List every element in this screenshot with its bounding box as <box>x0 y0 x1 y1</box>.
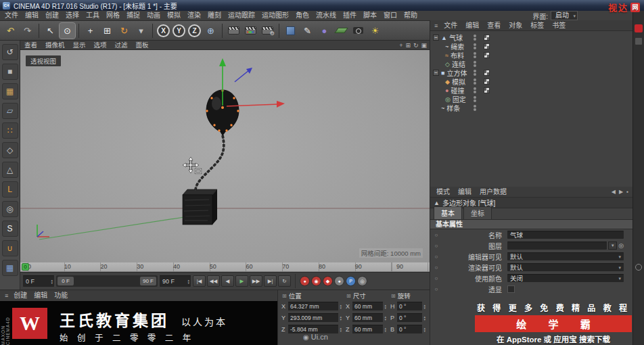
viewport-menu-1[interactable]: 摄像机 <box>41 41 69 50</box>
camera-icon[interactable] <box>350 23 366 39</box>
coord-value-input[interactable]: 60 mm <box>352 325 383 334</box>
spinner-icon[interactable]: ▴▾ <box>51 279 53 284</box>
weight-cube[interactable] <box>183 189 217 225</box>
spinner-icon[interactable]: ▴▾ <box>340 315 342 321</box>
record-keyframe-button[interactable]: ● <box>300 276 310 286</box>
attributes-menu-1[interactable]: 编辑 <box>454 187 476 197</box>
materials-menu-0[interactable]: 创建 <box>10 291 30 300</box>
materials-menu-1[interactable]: 编辑 <box>30 291 51 300</box>
visibility-dots[interactable] <box>474 105 476 111</box>
animation-dot-icon[interactable]: ○ <box>433 243 440 249</box>
menubar-item-5[interactable]: 网格 <box>103 11 123 20</box>
visibility-dot-bottom[interactable] <box>474 73 476 76</box>
range-start-handle[interactable]: 0 F <box>58 277 74 285</box>
animation-dot-icon[interactable]: ○ <box>433 286 440 292</box>
menu-icon[interactable]: ≡ <box>3 292 10 299</box>
visibility-dot-top[interactable] <box>474 61 476 64</box>
coord-value-input[interactable]: 0 ° <box>397 302 422 310</box>
coord-system-icon[interactable]: ⊕ <box>203 23 218 39</box>
playback-settings-button[interactable]: P <box>346 276 356 286</box>
visibility-dots[interactable] <box>474 87 476 93</box>
subdivision-surface-icon[interactable]: ● <box>317 23 332 39</box>
prev-frame-button[interactable]: ◀ <box>221 275 234 287</box>
animation-dot-icon[interactable]: ○ <box>433 275 440 281</box>
texture-tag-icon[interactable] <box>484 52 490 58</box>
menubar-item-16[interactable]: 脚本 <box>360 11 380 20</box>
visibility-dot-top[interactable] <box>474 105 476 108</box>
object-manager-menu-1[interactable]: 编辑 <box>461 21 483 30</box>
materials-menu-2[interactable]: 功能 <box>51 291 71 300</box>
timeline-ruler[interactable]: 0102030405060708090900 <box>20 262 430 272</box>
menubar-item-7[interactable]: 动画 <box>143 11 164 20</box>
tab-1[interactable]: 坐标 <box>463 206 492 219</box>
coord-value-input[interactable]: 64.327 mm <box>288 302 338 310</box>
visibility-dots[interactable] <box>474 78 476 85</box>
texture-tag-icon[interactable] <box>484 78 490 85</box>
menubar-item-6[interactable]: 捕捉 <box>123 11 143 20</box>
coord-value-input[interactable]: 60 mm <box>352 313 383 322</box>
zoom-view-icon[interactable]: ⊞ <box>405 42 411 49</box>
visibility-dots[interactable] <box>474 70 476 76</box>
menubar-item-4[interactable]: 工具 <box>83 11 103 20</box>
chain-rope[interactable] <box>196 135 224 191</box>
spline-pen-icon[interactable]: ✎ <box>300 23 315 39</box>
rotate-tool-icon[interactable]: ↻ <box>116 23 132 39</box>
attributes-section-header[interactable]: 基本属性 <box>430 220 632 229</box>
timeline-playhead[interactable]: 0 <box>22 263 29 271</box>
record-parameter-button[interactable]: ● <box>334 276 344 286</box>
loop-button[interactable]: ↻ <box>278 275 291 287</box>
layer-browse-button[interactable]: ▾ <box>608 242 617 250</box>
coord-value-input[interactable]: 60 mm <box>352 302 383 310</box>
view-label[interactable]: 透视视图 <box>26 55 61 66</box>
render-settings-icon[interactable]: ⚙ <box>260 23 275 39</box>
object-manager-menu-5[interactable]: 书签 <box>548 21 570 30</box>
menu-icon[interactable]: ≡ <box>432 22 440 29</box>
visibility-dots[interactable] <box>474 34 476 41</box>
visibility-dot-top[interactable] <box>474 87 476 90</box>
visibility-dot-bottom[interactable] <box>474 64 476 67</box>
move-tool-icon[interactable]: + <box>83 23 98 39</box>
play-button[interactable]: ▶ <box>235 275 248 287</box>
animation-dot-icon[interactable]: ○ <box>433 264 440 271</box>
interface-dropdown[interactable]: 启动▾ <box>551 11 578 20</box>
checkbox-unchecked[interactable] <box>507 285 515 293</box>
goto-end-button[interactable]: ▶| <box>264 275 277 287</box>
visibility-dot-top[interactable] <box>474 96 476 99</box>
animation-dot-icon[interactable]: ○ <box>433 232 440 238</box>
primitive-cube-icon[interactable] <box>283 23 298 39</box>
panel-icon[interactable] <box>635 38 642 45</box>
spinner-icon[interactable]: ▴▾ <box>423 327 426 332</box>
end-frame-field[interactable]: 90 F▴▾ <box>160 275 191 287</box>
object-manager-menu-3[interactable]: 对象 <box>505 21 526 30</box>
texture-tag-icon[interactable] <box>484 34 490 41</box>
texture-mode-icon[interactable]: ▦ <box>2 83 18 99</box>
attributes-menu-2[interactable]: 用户数据 <box>476 187 511 197</box>
visibility-dot-top[interactable] <box>474 43 476 46</box>
menubar-item-12[interactable]: 运动图形 <box>258 11 292 20</box>
object-manager-menu-2[interactable]: 查看 <box>483 21 505 30</box>
animation-dot-icon[interactable]: ○ <box>433 254 440 260</box>
current-frame-field[interactable]: 0 F▴▾ <box>23 275 54 287</box>
lock-x-button[interactable]: X <box>157 24 170 37</box>
visibility-dots[interactable] <box>474 43 476 49</box>
prev-key-button[interactable]: ◀◀ <box>207 275 220 287</box>
floor-icon[interactable] <box>334 23 349 39</box>
dropdown-select[interactable]: 默认▾ <box>507 263 624 271</box>
expand-icon[interactable]: − <box>433 34 439 41</box>
menubar-item-15[interactable]: 插件 <box>340 11 360 20</box>
dropdown-select[interactable]: 默认▾ <box>507 252 624 260</box>
timeline-range-slider[interactable]: 0 F 90 F <box>56 275 158 287</box>
axis-mode-icon[interactable]: L <box>2 181 18 198</box>
undo-icon[interactable]: ↶ <box>3 23 18 39</box>
menubar-item-10[interactable]: 雕刻 <box>204 11 225 20</box>
expand-icon[interactable]: − <box>433 70 439 76</box>
visibility-dots[interactable] <box>474 61 476 67</box>
visibility-dot-bottom[interactable] <box>474 55 476 58</box>
spinner-icon[interactable]: ▴▾ <box>384 327 386 332</box>
viewport-canvas[interactable]: 透视视图 网格间距: 10000 mm <box>20 50 430 262</box>
texture-tag-icon[interactable] <box>484 43 490 49</box>
menubar-item-18[interactable]: 帮助 <box>400 11 421 20</box>
polygons-mode-icon[interactable]: △ <box>2 162 18 178</box>
rotate-view-icon[interactable]: ↻ <box>413 42 419 49</box>
coord-value-input[interactable]: 293.009 mm <box>288 313 338 322</box>
